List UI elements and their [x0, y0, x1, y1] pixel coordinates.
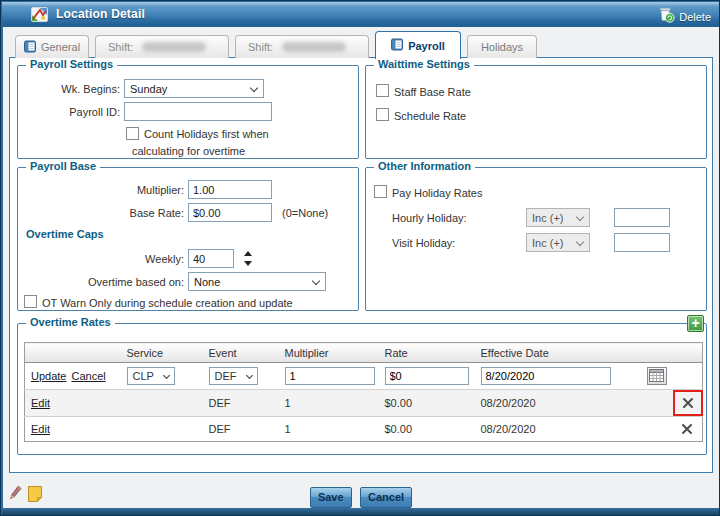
page-title: Location Detail — [56, 7, 145, 21]
tab-payroll-label: Payroll — [408, 40, 445, 52]
staff-base-rate-checkbox[interactable] — [376, 84, 389, 97]
cancel-button[interactable]: Cancel — [360, 487, 412, 508]
column-header-multiplier: Multiplier — [279, 343, 379, 363]
title-bar: Location Detail Delete — [2, 2, 720, 27]
wk-begins-selected-value: Sunday — [130, 83, 167, 95]
visit-holiday-mode-value: Inc (+) — [532, 237, 563, 249]
redacted-text — [142, 42, 206, 52]
hourly-holiday-input[interactable] — [614, 208, 670, 227]
table-row: Edit DEF 1 $0.00 08/20/2020 — [25, 390, 703, 417]
cancel-link[interactable]: Cancel — [71, 370, 105, 382]
calendar-icon[interactable] — [647, 367, 667, 385]
delete-button[interactable]: Delete — [657, 6, 711, 27]
tab-shift-2[interactable]: Shift: — [235, 35, 369, 58]
tab-holidays[interactable]: Holidays — [467, 35, 537, 58]
base-rate-input[interactable] — [188, 203, 272, 222]
chevron-down-icon — [245, 372, 252, 379]
cell-event: DEF — [203, 390, 279, 417]
hourly-holiday-mode-select[interactable]: Inc (+) — [526, 208, 590, 227]
tab-payroll[interactable]: Payroll — [375, 31, 461, 59]
count-holidays-checkbox[interactable] — [126, 127, 139, 140]
tab-shift-1-label: Shift: — [108, 41, 133, 53]
location-detail-dialog: Location Detail Delete General Sh — [0, 0, 720, 516]
page-icon — [24, 40, 36, 55]
weekly-input[interactable] — [188, 249, 234, 268]
payroll-base-section: Payroll Base Multiplier: Base Rate: (0=N… — [17, 167, 359, 311]
delete-row-x-icon[interactable] — [678, 420, 696, 438]
table-row: Edit DEF 1 $0.00 08/20/2020 — [25, 417, 703, 442]
overtime-rates-table: Service Event Multiplier Rate Effective … — [24, 342, 703, 442]
payroll-base-legend: Payroll Base — [26, 160, 100, 172]
window-bottom-border — [2, 508, 720, 516]
add-overtime-rate-button[interactable]: + — [687, 315, 704, 332]
wk-begins-select[interactable]: Sunday — [124, 79, 264, 98]
overtime-based-on-select[interactable]: None — [188, 272, 326, 291]
edit-link[interactable]: Edit — [31, 397, 50, 409]
overtime-rates-legend: Overtime Rates — [26, 316, 115, 328]
trash-recycle-icon — [657, 6, 675, 27]
overtime-based-on-label: Overtime based on: — [18, 276, 184, 288]
tab-shift-1[interactable]: Shift: — [95, 35, 229, 58]
visit-holiday-mode-select[interactable]: Inc (+) — [526, 233, 590, 252]
other-information-section: Other Information Pay Holiday Rates Hour… — [365, 167, 707, 311]
update-link[interactable]: Update — [31, 370, 66, 382]
edit-link[interactable]: Edit — [31, 423, 50, 435]
column-header-rate: Rate — [379, 343, 475, 363]
hourly-holiday-label: Hourly Holiday: — [392, 212, 467, 224]
redacted-text — [282, 42, 346, 52]
waittime-settings-legend: Waittime Settings — [374, 58, 474, 70]
tab-strip: General Shift: Shift: Payroll Holidays — [9, 27, 713, 58]
column-header-delete — [673, 343, 703, 363]
row-rate-input[interactable] — [385, 367, 469, 385]
save-button[interactable]: Save — [310, 487, 352, 508]
multiplier-input[interactable] — [188, 180, 272, 199]
cell-event: DEF — [203, 417, 279, 442]
footer-actions: Save Cancel — [1, 487, 720, 508]
schedule-rate-checkbox[interactable] — [376, 108, 389, 121]
highlight-box — [673, 390, 703, 416]
page-icon — [391, 38, 403, 53]
location-map-icon — [31, 7, 48, 26]
cell-multiplier: 1 — [279, 390, 379, 417]
pay-holiday-rates-checkbox[interactable] — [374, 185, 387, 198]
multiplier-label: Multiplier: — [18, 184, 184, 196]
row-multiplier-input[interactable] — [285, 367, 375, 385]
column-header-actions — [25, 343, 121, 363]
visit-holiday-label: Visit Holiday: — [392, 237, 455, 249]
payroll-id-input[interactable] — [124, 102, 272, 121]
payroll-settings-section: Payroll Settings Wk. Begins: Sunday Payr… — [17, 65, 359, 159]
event-select[interactable]: DEF — [209, 367, 258, 385]
cell-effective-date: 08/20/2020 — [475, 390, 673, 417]
ot-warn-checkbox[interactable] — [24, 295, 37, 308]
up-arrow-icon[interactable] — [244, 251, 252, 256]
overtime-based-on-selected-value: None — [194, 276, 220, 288]
waittime-settings-section: Waittime Settings Staff Base Rate Schedu… — [365, 65, 707, 159]
weekly-spinner — [244, 251, 252, 266]
hourly-holiday-mode-value: Inc (+) — [532, 212, 563, 224]
count-holidays-label-line2: calculating for overtime — [132, 145, 245, 157]
delete-button-label: Delete — [679, 11, 711, 23]
tab-general[interactable]: General — [15, 35, 89, 58]
tab-general-label: General — [41, 41, 80, 53]
cell-service — [121, 417, 203, 442]
staff-base-rate-label: Staff Base Rate — [394, 86, 471, 98]
service-select[interactable]: CLP — [127, 367, 175, 385]
column-header-event: Event — [203, 343, 279, 363]
chevron-down-icon — [312, 277, 320, 285]
visit-holiday-input[interactable] — [614, 233, 670, 252]
table-header-row: Service Event Multiplier Rate Effective … — [25, 343, 703, 363]
service-selected-value: CLP — [133, 370, 154, 382]
chevron-down-icon — [163, 372, 170, 379]
event-selected-value: DEF — [215, 370, 237, 382]
down-arrow-icon[interactable] — [244, 261, 252, 266]
ot-warn-label: OT Warn Only during schedule creation an… — [42, 297, 293, 309]
base-rate-hint: (0=None) — [282, 207, 328, 219]
cell-multiplier: 1 — [279, 417, 379, 442]
base-rate-label: Base Rate: — [18, 207, 184, 219]
other-information-legend: Other Information — [374, 160, 475, 172]
count-holidays-label-line1: Count Holidays first when — [144, 128, 269, 140]
delete-row-x-icon[interactable] — [679, 394, 697, 412]
overtime-rates-section: Overtime Rates + Service Event Multiplie… — [17, 323, 707, 455]
row-effective-date-input[interactable] — [481, 367, 611, 385]
chevron-down-icon — [250, 84, 258, 92]
